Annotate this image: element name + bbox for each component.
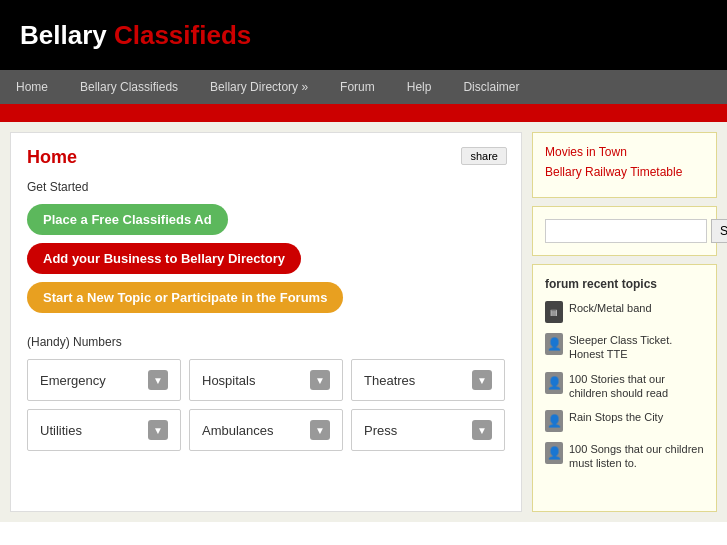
number-box-press[interactable]: Press ▼ — [351, 409, 505, 451]
number-box-label: Emergency — [40, 373, 106, 388]
forum-item-text: Rain Stops the City — [569, 410, 663, 424]
nav-item-disclaimer[interactable]: Disclaimer — [447, 70, 535, 104]
right-sidebar: Movies in Town Bellary Railway Timetable… — [532, 132, 717, 512]
links-box: Movies in Town Bellary Railway Timetable — [532, 132, 717, 198]
dropdown-arrow-utilities[interactable]: ▼ — [148, 420, 168, 440]
site-title-plain: Bellary — [20, 20, 114, 50]
forum-item: ▤ Rock/Metal band — [545, 301, 704, 323]
handy-numbers-label: (Handy) Numbers — [27, 335, 505, 349]
number-box-label: Hospitals — [202, 373, 255, 388]
action-buttons: Place a Free Classifieds Ad Add your Bus… — [27, 204, 505, 321]
number-box-label: Press — [364, 423, 397, 438]
search-input[interactable] — [545, 219, 707, 243]
forum-avatar-person: 👤 — [545, 410, 563, 432]
page-title: Home — [27, 147, 505, 168]
number-box-theatres[interactable]: Theatres ▼ — [351, 359, 505, 401]
forum-item-text: Rock/Metal band — [569, 301, 652, 315]
get-started-label: Get Started — [27, 180, 505, 194]
nav-item-help[interactable]: Help — [391, 70, 448, 104]
start-topic-button[interactable]: Start a New Topic or Participate in the … — [27, 282, 343, 313]
sidebar-link-railway[interactable]: Bellary Railway Timetable — [545, 165, 704, 179]
left-content: share Home Get Started Place a Free Clas… — [10, 132, 522, 512]
forum-item-text: 100 Songs that our children must listen … — [569, 442, 704, 471]
forum-item-text: 100 Stories that our children should rea… — [569, 372, 704, 401]
place-ad-button[interactable]: Place a Free Classifieds Ad — [27, 204, 228, 235]
forum-item: 👤 100 Stories that our children should r… — [545, 372, 704, 401]
add-business-button[interactable]: Add your Business to Bellary Directory — [27, 243, 301, 274]
share-button[interactable]: share — [461, 147, 507, 165]
search-button[interactable]: Search — [711, 219, 727, 243]
forum-item: 👤 100 Songs that our children must liste… — [545, 442, 704, 471]
nav-item-forum[interactable]: Forum — [324, 70, 391, 104]
forum-avatar-person: 👤 — [545, 333, 563, 355]
search-box: Search — [532, 206, 717, 256]
number-box-hospitals[interactable]: Hospitals ▼ — [189, 359, 343, 401]
nav-item-directory[interactable]: Bellary Directory » — [194, 70, 324, 104]
forum-avatar-image: ▤ — [545, 301, 563, 323]
red-accent-bar — [0, 104, 727, 122]
main-nav: Home Bellary Classifieds Bellary Directo… — [0, 70, 727, 104]
dropdown-arrow-press[interactable]: ▼ — [472, 420, 492, 440]
nav-item-classifieds[interactable]: Bellary Classifieds — [64, 70, 194, 104]
dropdown-arrow-ambulances[interactable]: ▼ — [310, 420, 330, 440]
number-box-utilities[interactable]: Utilities ▼ — [27, 409, 181, 451]
forum-item: 👤 Sleeper Class Ticket. Honest TTE — [545, 333, 704, 362]
number-box-label: Theatres — [364, 373, 415, 388]
number-box-label: Utilities — [40, 423, 82, 438]
site-title: Bellary Classifieds — [20, 20, 251, 51]
forum-avatar-person: 👤 — [545, 372, 563, 394]
forum-box: forum recent topics ▤ Rock/Metal band 👤 … — [532, 264, 717, 512]
sidebar-link-movies[interactable]: Movies in Town — [545, 145, 704, 159]
number-box-label: Ambulances — [202, 423, 274, 438]
dropdown-arrow-hospitals[interactable]: ▼ — [310, 370, 330, 390]
forum-item: 👤 Rain Stops the City — [545, 410, 704, 432]
site-header: Bellary Classifieds — [0, 0, 727, 70]
forum-item-text: Sleeper Class Ticket. Honest TTE — [569, 333, 704, 362]
number-box-emergency[interactable]: Emergency ▼ — [27, 359, 181, 401]
number-grid: Emergency ▼ Hospitals ▼ Theatres ▼ Utili… — [27, 359, 505, 451]
forum-avatar-person: 👤 — [545, 442, 563, 464]
dropdown-arrow-theatres[interactable]: ▼ — [472, 370, 492, 390]
forum-title: forum recent topics — [545, 277, 704, 291]
main-layout: share Home Get Started Place a Free Clas… — [0, 122, 727, 522]
site-title-accent: Classifieds — [114, 20, 251, 50]
nav-item-home[interactable]: Home — [0, 70, 64, 104]
number-box-ambulances[interactable]: Ambulances ▼ — [189, 409, 343, 451]
dropdown-arrow-emergency[interactable]: ▼ — [148, 370, 168, 390]
